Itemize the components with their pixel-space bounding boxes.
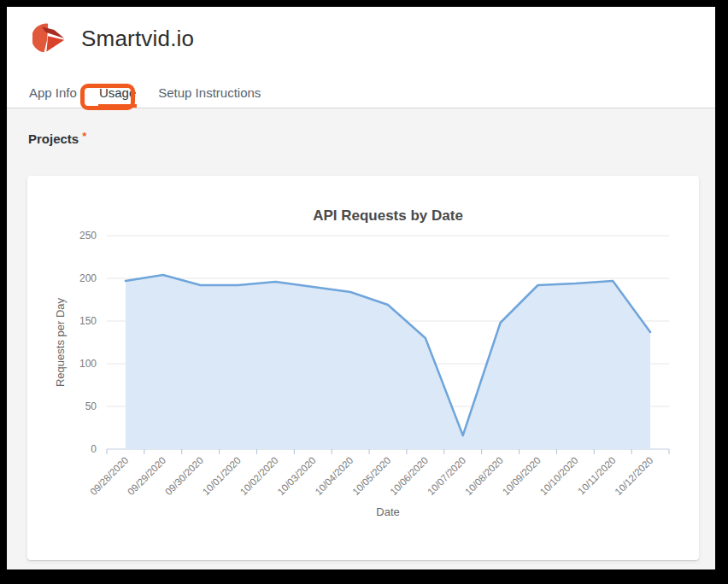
svg-text:10/03/2020: 10/03/2020 xyxy=(275,455,317,497)
smartvid-logo-icon xyxy=(32,21,67,55)
svg-text:10/06/2020: 10/06/2020 xyxy=(388,455,430,497)
required-asterisk: * xyxy=(82,130,86,143)
brand: Smartvid.io xyxy=(7,7,715,55)
svg-text:150: 150 xyxy=(79,315,97,327)
svg-text:10/08/2020: 10/08/2020 xyxy=(463,455,505,497)
projects-label: Projects xyxy=(28,131,79,146)
svg-text:10/11/2020: 10/11/2020 xyxy=(576,455,618,497)
svg-text:09/29/2020: 09/29/2020 xyxy=(126,455,167,497)
tab-setup-instructions[interactable]: Setup Instructions xyxy=(157,85,261,108)
svg-text:10/05/2020: 10/05/2020 xyxy=(350,455,392,497)
svg-text:100: 100 xyxy=(79,358,97,370)
content-area: Projects* 05010015020025009/28/202009/29… xyxy=(7,108,715,560)
projects-row: Projects* xyxy=(7,131,715,146)
tab-bar: App Info Usage Setup Instructions xyxy=(28,85,261,108)
svg-text:200: 200 xyxy=(79,272,97,284)
api-requests-chart: 05010015020025009/28/202009/29/202009/30… xyxy=(27,176,699,560)
svg-text:09/30/2020: 09/30/2020 xyxy=(163,455,205,497)
svg-text:10/10/2020: 10/10/2020 xyxy=(538,455,580,497)
svg-text:0: 0 xyxy=(91,443,97,455)
svg-text:10/12/2020: 10/12/2020 xyxy=(613,455,655,497)
chart-card: 05010015020025009/28/202009/29/202009/30… xyxy=(27,176,699,560)
app-header: Smartvid.io App Info Usage Setup Instruc… xyxy=(7,7,715,108)
svg-text:Date: Date xyxy=(376,505,399,518)
svg-text:50: 50 xyxy=(85,400,97,412)
svg-text:250: 250 xyxy=(79,230,97,242)
screenshot-frame: Smartvid.io App Info Usage Setup Instruc… xyxy=(0,0,728,584)
svg-text:10/01/2020: 10/01/2020 xyxy=(201,455,243,497)
tab-usage[interactable]: Usage xyxy=(98,85,137,108)
svg-text:API Requests by Date: API Requests by Date xyxy=(313,207,463,224)
app-window: Smartvid.io App Info Usage Setup Instruc… xyxy=(7,7,715,569)
svg-text:Requests per Day: Requests per Day xyxy=(54,297,67,387)
svg-text:10/04/2020: 10/04/2020 xyxy=(313,455,355,497)
svg-text:10/07/2020: 10/07/2020 xyxy=(426,455,467,497)
tab-app-info[interactable]: App Info xyxy=(28,85,78,108)
svg-text:09/28/2020: 09/28/2020 xyxy=(88,455,130,497)
app-title: Smartvid.io xyxy=(81,26,194,52)
svg-text:10/02/2020: 10/02/2020 xyxy=(238,455,280,497)
svg-text:10/09/2020: 10/09/2020 xyxy=(501,455,543,497)
